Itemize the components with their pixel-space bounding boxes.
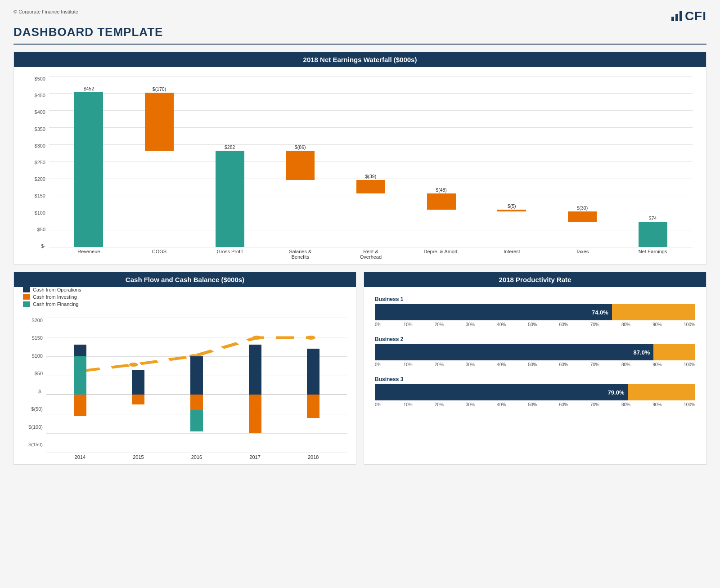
waterfall-bar-group: $(30) bbox=[564, 76, 600, 247]
productivity-x-tick: 60% bbox=[559, 322, 568, 327]
waterfall-x-label: COGS bbox=[141, 249, 177, 260]
productivity-x-tick: 50% bbox=[528, 362, 537, 367]
cashflow-bar-group bbox=[183, 318, 210, 453]
waterfall-title: 2018 Net Earnings Waterfall ($000s) bbox=[14, 52, 706, 67]
productivity-x-tick: 50% bbox=[528, 402, 537, 407]
productivity-x-axis: 0%10%20%30%40%50%60%70%80%90%100% bbox=[375, 402, 695, 407]
waterfall-bar-wrapper: $(5) bbox=[497, 203, 526, 211]
productivity-x-axis: 0%10%20%30%40%50%60%70%80%90%100% bbox=[375, 322, 695, 327]
cashflow-ops-bar bbox=[74, 345, 86, 356]
waterfall-bar bbox=[568, 211, 597, 222]
waterfall-x-label: Net Earnings bbox=[635, 249, 671, 260]
waterfall-bar-wrapper: $282 bbox=[216, 144, 244, 247]
cashflow-x-label: 2018 bbox=[300, 454, 327, 460]
productivity-x-tick: 30% bbox=[466, 402, 475, 407]
waterfall-bar-value-label: $74 bbox=[649, 215, 657, 221]
waterfall-bar-wrapper: $452 bbox=[74, 86, 103, 247]
productivity-x-tick: 80% bbox=[621, 402, 630, 407]
logo-text: CFI bbox=[685, 9, 706, 23]
cashflow-bar-group bbox=[242, 318, 269, 453]
waterfall-x-label: Rent & Overhead bbox=[353, 249, 389, 260]
waterfall-bar bbox=[145, 93, 174, 151]
productivity-x-tick: 40% bbox=[497, 362, 506, 367]
productivity-body: Business 174.0%0%10%20%30%40%50%60%70%80… bbox=[364, 287, 706, 421]
productivity-section: 2018 Productivity Rate Business 174.0%0%… bbox=[364, 272, 706, 465]
waterfall-bar-group: $74 bbox=[635, 76, 671, 247]
waterfall-bar-value-label: $452 bbox=[84, 86, 94, 91]
waterfall-bar bbox=[216, 151, 244, 247]
waterfall-y-label: $400 bbox=[27, 109, 45, 115]
waterfall-bar-group: $282 bbox=[212, 76, 248, 247]
waterfall-y-label: $50 bbox=[27, 227, 45, 232]
productivity-x-tick: 30% bbox=[466, 322, 475, 327]
cashflow-y-label: $50 bbox=[23, 371, 43, 376]
productivity-x-tick: 0% bbox=[375, 402, 381, 407]
productivity-x-tick: 30% bbox=[466, 362, 475, 367]
legend-color-swatch bbox=[23, 301, 30, 307]
page-title: DASHBOARD TEMPLATE bbox=[14, 25, 706, 39]
cashflow-y-label: $- bbox=[23, 389, 43, 394]
productivity-x-tick: 50% bbox=[528, 322, 537, 327]
waterfall-x-label: Salaries & Benefits bbox=[282, 249, 318, 260]
productivity-business-label: Business 3 bbox=[375, 376, 695, 382]
productivity-bar-track: 87.0% bbox=[375, 344, 695, 360]
cashflow-legend-item: Cash from Investing bbox=[23, 294, 356, 300]
logo: CFI bbox=[671, 9, 706, 23]
productivity-x-tick: 60% bbox=[559, 362, 568, 367]
productivity-x-tick: 100% bbox=[684, 402, 695, 407]
productivity-x-tick: 10% bbox=[404, 402, 413, 407]
waterfall-x-label: Reveneue bbox=[71, 249, 107, 260]
waterfall-y-label: $200 bbox=[27, 176, 45, 182]
cashflow-legend-item: Cash from Operations bbox=[23, 287, 356, 292]
waterfall-bar-group: $(5) bbox=[494, 76, 530, 247]
cashflow-x-label: 2016 bbox=[183, 454, 210, 460]
waterfall-y-label: $500 bbox=[27, 76, 45, 81]
waterfall-bar-wrapper: $(48) bbox=[427, 187, 456, 210]
productivity-bar-value: 87.0% bbox=[634, 349, 650, 356]
productivity-x-tick: 90% bbox=[652, 322, 662, 327]
waterfall-bar-wrapper: $(86) bbox=[286, 144, 315, 180]
copyright: © Corporate Finance Institute bbox=[14, 9, 78, 14]
waterfall-bar-group: $(39) bbox=[353, 76, 389, 247]
productivity-x-tick: 70% bbox=[590, 322, 599, 327]
waterfall-chart-area: $452$(170)$282$(86)$(39)$(48)$(5)$(30)$7… bbox=[49, 76, 693, 260]
cashflow-bar-group bbox=[125, 318, 152, 453]
productivity-bar-track: 79.0% bbox=[375, 384, 695, 400]
cashflow-inv-bar bbox=[190, 395, 203, 410]
waterfall-bar-value-label: $(39) bbox=[365, 174, 377, 179]
logo-bar-2 bbox=[675, 14, 678, 21]
cashflow-inv-bar bbox=[249, 395, 261, 433]
legend-label: Cash from Operations bbox=[33, 287, 81, 292]
productivity-x-tick: 100% bbox=[684, 322, 695, 327]
waterfall-bar bbox=[74, 92, 103, 247]
waterfall-x-label: Gross Profit bbox=[212, 249, 248, 260]
waterfall-y-label: $- bbox=[27, 243, 45, 249]
waterfall-grid: $452$(170)$282$(86)$(39)$(48)$(5)$(30)$7… bbox=[49, 76, 693, 247]
waterfall-bar-wrapper: $(30) bbox=[568, 205, 597, 222]
waterfall-x-labels: ReveneueCOGSGross ProfitSalaries & Benef… bbox=[49, 247, 693, 260]
productivity-x-tick: 20% bbox=[435, 362, 444, 367]
cashflow-grid bbox=[46, 318, 347, 453]
cashflow-grid-line bbox=[46, 453, 347, 453]
waterfall-y-axis: $500$450$400$350$300$250$200$150$100$50$… bbox=[27, 76, 49, 260]
waterfall-x-label: Interest bbox=[494, 249, 530, 260]
cashflow-x-label: 2017 bbox=[242, 454, 269, 460]
productivity-x-tick: 10% bbox=[404, 322, 413, 327]
waterfall-bar-value-label: $(30) bbox=[577, 205, 588, 211]
waterfall-bar-group: $(86) bbox=[282, 76, 318, 247]
waterfall-y-label: $350 bbox=[27, 126, 45, 132]
productivity-x-tick: 20% bbox=[435, 402, 444, 407]
waterfall-bar bbox=[497, 210, 526, 211]
waterfall-bar-wrapper: $(39) bbox=[356, 174, 385, 193]
productivity-bar-fill: 74.0% bbox=[375, 304, 612, 320]
cashflow-x-label: 2015 bbox=[125, 454, 152, 460]
productivity-bar-fill: 87.0% bbox=[375, 344, 653, 360]
waterfall-bar bbox=[427, 193, 456, 210]
waterfall-bar bbox=[639, 222, 667, 247]
cashflow-y-label: $(150) bbox=[23, 442, 43, 447]
legend-color-swatch bbox=[23, 287, 30, 292]
waterfall-bar-wrapper: $74 bbox=[639, 215, 667, 247]
productivity-x-tick: 40% bbox=[497, 322, 506, 327]
waterfall-bar-group: $(170) bbox=[141, 76, 177, 247]
cashflow-x-labels: 20142015201620172018 bbox=[46, 453, 347, 460]
